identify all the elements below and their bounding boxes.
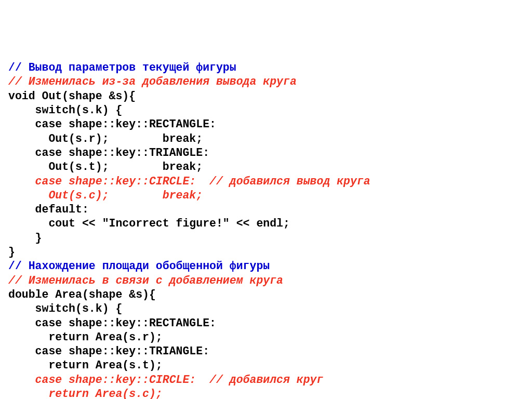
code-line: switch(s.k) { bbox=[8, 104, 122, 116]
code-line: // Изменилась в связи с добавлением круг… bbox=[8, 274, 283, 287]
code-line: case shape::key::CIRCLE: // добавился кр… bbox=[8, 374, 323, 386]
code-line: void Out(shape &s){ bbox=[8, 90, 136, 102]
code-line: } bbox=[8, 232, 42, 244]
code-line: // Изменилась из-за добавления вывода кр… bbox=[8, 75, 297, 88]
code-block: // Вывод параметров текущей фигуры // Из… bbox=[8, 61, 524, 399]
code-line: case shape::key::CIRCLE: // добавился вы… bbox=[8, 175, 370, 188]
code-line: double Area(shape &s){ bbox=[8, 288, 156, 301]
code-line: cout << "Incorrect figure!" << endl; bbox=[8, 217, 290, 230]
code-line: // Вывод параметров текущей фигуры bbox=[8, 61, 236, 74]
code-line: Out(s.r); break; bbox=[8, 132, 203, 145]
code-line: Out(s.c); break; bbox=[8, 189, 203, 202]
code-line: return Area(s.r); bbox=[8, 331, 163, 343]
code-line: default: bbox=[8, 203, 89, 216]
code-line: } bbox=[8, 246, 15, 258]
code-line: return Area(s.c); bbox=[8, 388, 163, 399]
code-line: switch(s.k) { bbox=[8, 302, 122, 315]
code-line: Out(s.t); break; bbox=[8, 161, 203, 173]
code-line: case shape::key::RECTANGLE: bbox=[8, 118, 216, 130]
code-line: case shape::key::TRIANGLE: bbox=[8, 147, 209, 159]
code-line: return Area(s.t); bbox=[8, 359, 163, 371]
code-line: case shape::key::TRIANGLE: bbox=[8, 345, 209, 357]
code-line: // Нахождение площади обобщенной фигуры bbox=[8, 260, 270, 272]
code-line: case shape::key::RECTANGLE: bbox=[8, 317, 216, 329]
